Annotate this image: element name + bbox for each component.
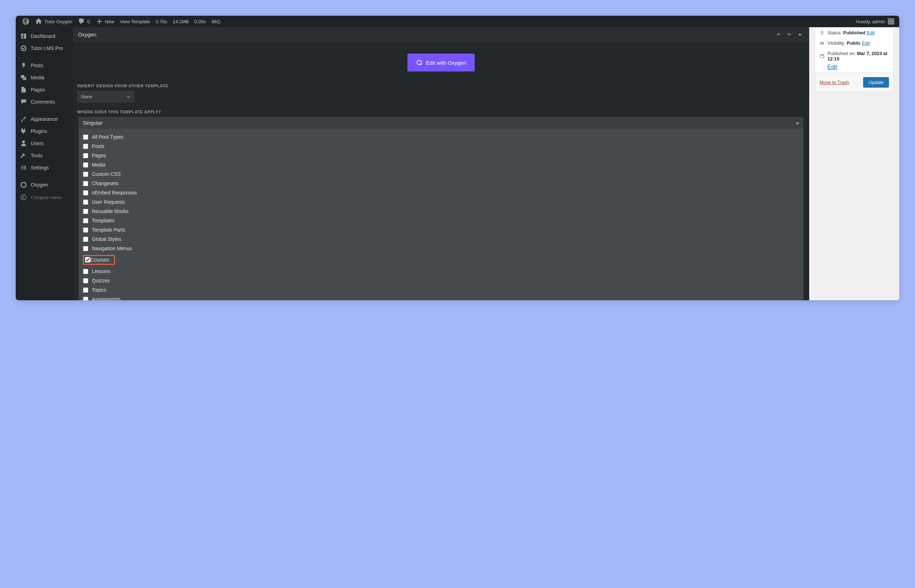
post-type-oembed-responses: oEmbed Responses bbox=[81, 188, 801, 197]
perf-queries: 86Q bbox=[209, 16, 223, 27]
move-up-button[interactable] bbox=[774, 30, 783, 39]
collapse-icon bbox=[20, 194, 27, 201]
post-type-checkbox[interactable] bbox=[83, 218, 88, 223]
oxygen-metabox-header[interactable]: Oxygen bbox=[73, 27, 809, 42]
post-type-templates: Templates bbox=[81, 216, 801, 225]
move-down-button[interactable] bbox=[785, 30, 794, 39]
calendar-icon bbox=[820, 53, 825, 59]
pin-icon bbox=[20, 62, 27, 69]
post-type-checkbox[interactable] bbox=[83, 278, 88, 283]
post-type-quizzes: Quizzes bbox=[81, 276, 801, 285]
avatar-icon bbox=[888, 18, 894, 25]
edit-date-link[interactable]: Edit bbox=[828, 64, 838, 70]
svg-point-2 bbox=[21, 195, 26, 200]
sidebar-item-posts[interactable]: Posts bbox=[16, 59, 73, 71]
post-type-checkbox[interactable] bbox=[83, 227, 88, 233]
home-icon bbox=[35, 18, 42, 25]
post-type-checkbox[interactable] bbox=[83, 199, 88, 205]
triangle-up-icon bbox=[798, 33, 802, 36]
post-type-checkbox[interactable] bbox=[83, 297, 88, 300]
post-type-checkbox[interactable] bbox=[83, 209, 88, 214]
post-type-assignments: Assignments bbox=[81, 294, 801, 300]
plus-icon bbox=[96, 18, 103, 25]
eye-icon bbox=[820, 41, 825, 46]
media-icon bbox=[20, 74, 27, 81]
post-type-lessons: Lessons bbox=[81, 267, 801, 276]
post-type-checkbox[interactable] bbox=[83, 246, 88, 251]
view-template[interactable]: View Template bbox=[117, 16, 153, 27]
sidebar-item-users[interactable]: Users bbox=[16, 137, 73, 149]
comments-count[interactable]: 0 bbox=[75, 16, 93, 27]
comment-icon bbox=[78, 18, 85, 25]
post-type-checkbox[interactable] bbox=[83, 190, 88, 195]
singular-section-header[interactable]: Singular bbox=[79, 117, 804, 129]
post-type-checkbox[interactable] bbox=[83, 269, 88, 274]
post-type-courses: Courses bbox=[81, 253, 801, 267]
wordpress-admin-window: Tutor Oxygen 0 New View Template 0.70s 1… bbox=[16, 16, 899, 300]
chevron-down-icon bbox=[127, 95, 131, 99]
admin-sidebar: DashboardTutor LMS ProPostsMediaPagesCom… bbox=[16, 27, 73, 300]
perf-time2: 0.05s bbox=[192, 16, 209, 27]
tutor-icon bbox=[20, 45, 27, 52]
page-icon bbox=[20, 86, 27, 93]
user-icon bbox=[20, 140, 27, 147]
new-content[interactable]: New bbox=[93, 16, 117, 27]
sidebar-item-oxygen[interactable]: Oxygen bbox=[16, 179, 73, 191]
oxygen-icon bbox=[20, 181, 27, 188]
post-type-checkbox[interactable] bbox=[83, 181, 88, 186]
apply-label: WHERE DOES THIS TEMPLATE APPLY? bbox=[77, 110, 805, 114]
post-type-checkbox[interactable] bbox=[83, 134, 88, 140]
wp-logo[interactable] bbox=[19, 16, 32, 27]
post-type-checkbox[interactable] bbox=[83, 162, 88, 168]
site-name[interactable]: Tutor Oxygen bbox=[32, 16, 75, 27]
post-type-media: Media bbox=[81, 160, 801, 170]
move-to-trash-link[interactable]: Move to Trash bbox=[820, 80, 849, 85]
update-button[interactable]: Update bbox=[863, 77, 889, 87]
dash-icon bbox=[20, 32, 27, 40]
edit-visibility-link[interactable]: Edit bbox=[862, 40, 870, 46]
edit-status-link[interactable]: Edit bbox=[867, 30, 875, 36]
post-type-checkbox[interactable] bbox=[83, 171, 88, 177]
post-type-checkbox[interactable] bbox=[85, 257, 90, 262]
sidebar-item-dashboard[interactable]: Dashboard bbox=[16, 30, 73, 42]
inherit-label: INHERIT DESIGN FROM OTHER TEMPLATE bbox=[77, 84, 805, 88]
wordpress-icon bbox=[22, 18, 29, 25]
post-type-checkbox[interactable] bbox=[83, 144, 88, 149]
inherit-select[interactable]: None bbox=[77, 91, 134, 103]
oxygen-metabox: Oxygen bbox=[73, 27, 809, 300]
svg-point-1 bbox=[21, 182, 26, 187]
post-type-topics: Topics bbox=[81, 285, 801, 294]
chevron-up-icon bbox=[776, 32, 781, 36]
post-type-changesets: Changesets bbox=[81, 179, 801, 188]
triangle-up-icon bbox=[796, 122, 799, 124]
sidebar-item-tutor-lms-pro[interactable]: Tutor LMS Pro bbox=[16, 42, 73, 54]
post-type-reusable-blocks: Reusable blocks bbox=[81, 207, 801, 216]
post-type-pages: Pages bbox=[81, 151, 801, 160]
post-type-checkbox[interactable] bbox=[83, 153, 88, 158]
post-type-checkbox[interactable] bbox=[83, 288, 88, 293]
sidebar-item-settings[interactable]: Settings bbox=[16, 162, 73, 174]
perf-memory: 14.2MB bbox=[170, 16, 192, 27]
wrench-icon bbox=[20, 152, 27, 159]
edit-with-oxygen-button[interactable]: Edit with Oxygen bbox=[407, 53, 475, 71]
sidebar-item-appearance[interactable]: Appearance bbox=[16, 113, 73, 125]
collapse-menu[interactable]: Collapse menu bbox=[16, 191, 73, 204]
sidebar-item-tools[interactable]: Tools bbox=[16, 149, 73, 162]
sidebar-item-comments[interactable]: Comments bbox=[16, 96, 73, 108]
post-type-posts: Posts bbox=[81, 142, 801, 151]
perf-time1: 0.70s bbox=[153, 16, 170, 27]
sidebar-item-plugins[interactable]: Plugins bbox=[16, 125, 73, 137]
post-type-global-styles: Global Styles bbox=[81, 234, 801, 244]
post-type-user-requests: User Requests bbox=[81, 197, 801, 207]
sidebar-item-media[interactable]: Media bbox=[16, 71, 73, 84]
settings-icon bbox=[20, 164, 27, 171]
publish-box: Status: Published Edit Visibility: Publi… bbox=[815, 27, 894, 92]
chevron-down-icon bbox=[787, 32, 791, 36]
brush-icon bbox=[20, 115, 27, 123]
sidebar-item-pages[interactable]: Pages bbox=[16, 84, 73, 96]
toggle-panel[interactable] bbox=[796, 30, 804, 39]
post-type-checkbox[interactable] bbox=[83, 237, 88, 242]
oxygen-edit-icon bbox=[416, 59, 423, 66]
my-account[interactable]: Howdy, admin bbox=[856, 18, 896, 25]
comment-icon bbox=[20, 98, 27, 105]
